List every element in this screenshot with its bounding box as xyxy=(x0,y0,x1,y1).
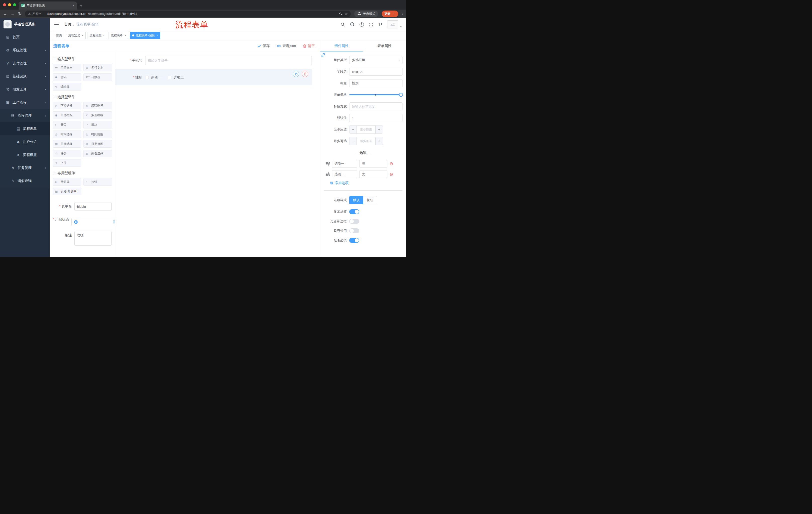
tag-close-icon[interactable]: × xyxy=(103,34,105,37)
option-name-input[interactable] xyxy=(331,160,357,168)
field-name-input[interactable] xyxy=(349,67,403,76)
palette-component-chip[interactable]: ⇧ 上传 xyxy=(53,159,81,167)
sidebar-menu-item[interactable]: ¥ 支付管理 ▾ xyxy=(0,57,50,70)
increase-button[interactable]: + xyxy=(375,137,383,145)
option-value-input[interactable] xyxy=(359,170,387,178)
palette-component-chip[interactable]: ✱ 密码 xyxy=(53,74,81,81)
palette-component-chip[interactable]: ◴ 时间范围 xyxy=(83,131,112,138)
sidebar-menu-item[interactable]: ▣ 工作流程 ▴ xyxy=(0,96,50,109)
window-zoom-button[interactable] xyxy=(13,3,16,6)
new-tab-button[interactable]: + xyxy=(80,3,82,8)
bookmark-star-icon[interactable]: ☆ xyxy=(344,12,348,16)
user-avatar[interactable] xyxy=(387,20,398,28)
sidebar-menu-item[interactable]: ☷ 流程管理 ▴ xyxy=(0,109,50,122)
help-icon[interactable]: ? xyxy=(359,22,364,27)
palette-component-chip[interactable]: ▭ 单行文本 xyxy=(53,64,81,72)
sidebar-menu-item[interactable]: ⚙ 系统管理 ▾ xyxy=(0,44,50,57)
sidebar-menu-item[interactable]: ➤ 流程模型 xyxy=(0,148,50,161)
status-on-radio[interactable]: 开启 xyxy=(71,218,115,226)
forward-button[interactable]: → xyxy=(10,12,14,16)
collapse-menu-icon[interactable] xyxy=(54,23,59,26)
style-default-button[interactable]: 默认 xyxy=(349,196,363,204)
decrease-button[interactable]: − xyxy=(349,126,357,133)
palette-component-chip[interactable]: ▩ 表格[开发中] xyxy=(53,188,81,195)
palette-component-chip[interactable]: ◍ 颜色选择 xyxy=(83,150,112,157)
toggle-switch[interactable] xyxy=(349,209,359,214)
clear-button[interactable]: 清空 xyxy=(303,44,315,48)
add-option-button[interactable]: ⊕ 添加选项 xyxy=(330,181,403,185)
checkbox[interactable] xyxy=(145,76,149,79)
default-value-input[interactable] xyxy=(349,114,403,122)
tags-view-tab[interactable]: 流程定义 × xyxy=(66,32,86,39)
palette-component-chip[interactable]: 123 计数器 xyxy=(83,74,112,81)
window-minimize-button[interactable] xyxy=(8,3,11,6)
save-button[interactable]: 保存 xyxy=(258,44,269,48)
view-json-button[interactable]: 查看json xyxy=(277,44,296,48)
increase-button[interactable]: + xyxy=(375,126,383,133)
tag-close-icon[interactable]: × xyxy=(156,34,158,37)
address-bar[interactable]: ⚠ 不安全 dashboard.yudao.iocoder.cn /bpm/ma… xyxy=(25,10,351,17)
breadcrumb-home[interactable]: 首页 xyxy=(64,22,71,27)
option-drag-handle[interactable] xyxy=(326,162,330,165)
fullscreen-icon[interactable] xyxy=(369,22,373,27)
toggle-switch[interactable] xyxy=(349,219,359,224)
tag-close-icon[interactable]: × xyxy=(124,34,126,37)
palette-component-chip[interactable]: ◷ 时间选择 xyxy=(53,131,81,138)
palette-component-chip[interactable]: ▤ 多行文本 xyxy=(83,64,112,72)
decrease-button[interactable]: − xyxy=(349,137,357,145)
sidebar-menu-item[interactable]: ⋔ 任务管理 ▾ xyxy=(0,161,50,174)
palette-component-chip[interactable]: ◉ 单选框组 xyxy=(53,111,81,119)
option-drag-handle[interactable] xyxy=(326,172,330,176)
palette-component-chip[interactable]: ▦ 日期选择 xyxy=(53,140,81,147)
gender-checkbox-option[interactable]: 选项一 xyxy=(145,75,161,80)
tab-close-icon[interactable]: × xyxy=(72,3,75,7)
font-size-icon[interactable]: T T xyxy=(378,22,382,26)
sidebar-menu-item[interactable]: ⚒ 研发工具 ▾ xyxy=(0,83,50,96)
sidebar-menu-item[interactable]: ♙ 请假查询 xyxy=(0,174,50,188)
gender-field-selected[interactable]: 性别 选项一 选项二 xyxy=(115,69,312,85)
checkbox[interactable] xyxy=(168,76,171,79)
sidebar-menu-item[interactable]: ▤ 流程表单 xyxy=(0,122,50,135)
tag-close-icon[interactable]: × xyxy=(82,34,83,37)
security-label[interactable]: 不安全 xyxy=(32,12,41,16)
search-icon[interactable] xyxy=(341,22,345,27)
avatar-caret-icon[interactable]: ▾ xyxy=(400,25,402,28)
tags-view-tab[interactable]: 流程模型 × xyxy=(87,32,107,39)
tags-view-tab[interactable]: 流程表单 × xyxy=(109,32,128,39)
palette-component-chip[interactable]: ◎ 下拉选择 xyxy=(53,102,81,109)
remark-textarea[interactable]: 嘿嘿 xyxy=(75,231,112,246)
palette-component-chip[interactable]: ☑ 多选框组 xyxy=(83,111,112,119)
slider-handle[interactable] xyxy=(399,93,403,97)
max-select-value[interactable]: 最多可选 xyxy=(357,137,375,145)
gender-checkbox-option[interactable]: 选项二 xyxy=(168,75,184,80)
palette-component-chip[interactable]: ☝ 按钮 xyxy=(83,178,112,186)
link-icon[interactable] xyxy=(321,53,325,57)
palette-component-chip[interactable]: ☆ 评分 xyxy=(53,150,81,157)
remove-option-button[interactable]: ⊖ xyxy=(389,172,393,177)
back-button[interactable]: ← xyxy=(3,12,7,16)
form-name-input[interactable] xyxy=(75,202,112,211)
toggle-switch[interactable] xyxy=(349,228,359,233)
title-input[interactable] xyxy=(349,79,403,87)
window-close-button[interactable] xyxy=(3,3,6,6)
option-name-input[interactable] xyxy=(331,170,357,178)
palette-component-chip[interactable]: ◐ 开关 xyxy=(53,121,81,129)
phone-input[interactable] xyxy=(145,56,312,65)
password-key-icon[interactable] xyxy=(339,12,343,16)
sidebar-menu-item[interactable]: ☻ 用户分组 xyxy=(0,135,50,148)
browser-tab[interactable]: 芋道管理系统 × xyxy=(19,1,77,9)
copy-component-button[interactable] xyxy=(293,71,299,77)
palette-component-chip[interactable]: ✎ 编辑器 xyxy=(53,83,81,90)
app-logo[interactable]: 芋道管理系统 xyxy=(0,18,50,31)
chevron-down-icon[interactable]: ▾ xyxy=(402,12,403,15)
min-select-value[interactable]: 至少应选 xyxy=(357,126,375,133)
remove-option-button[interactable]: ⊖ xyxy=(389,161,393,166)
toggle-switch[interactable] xyxy=(349,238,359,243)
tab-form-props[interactable]: 表单属性 xyxy=(363,40,406,52)
reload-button[interactable]: ↻ xyxy=(18,12,21,16)
palette-component-chip[interactable]: ⊸ 滑块 xyxy=(83,121,112,129)
palette-component-chip[interactable]: ⋔ 级联选择 xyxy=(83,102,112,109)
update-button[interactable]: 更新 ⋮ xyxy=(382,10,398,17)
tags-view-tab[interactable]: 流程表单-编辑 × xyxy=(130,32,160,39)
style-button-button[interactable]: 按钮 xyxy=(363,196,377,204)
